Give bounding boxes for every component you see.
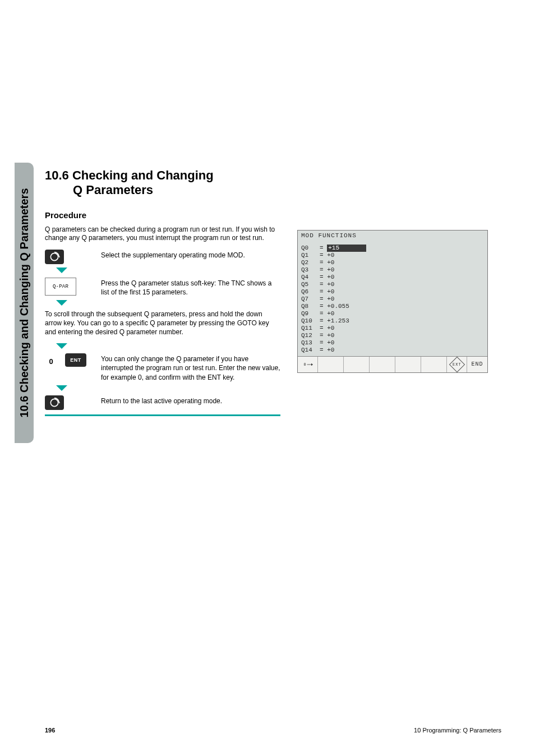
section-end-rule (45, 414, 280, 416)
tnc-screen: MOD FUNCTIONS Q0 = +15Q1 = +0Q2 = +0Q3 =… (297, 230, 488, 373)
softkey-empty (421, 357, 447, 372)
intro-paragraph: Q parameters can be checked during a pro… (45, 225, 280, 243)
q-row: Q11 = +0 (301, 325, 484, 332)
side-tab: 10.6 Checking and Changing Q Parameters (15, 163, 34, 443)
step-mod-text: Select the supplementary operating mode … (101, 250, 280, 260)
page-footer: 196 10 Programming: Q Parameters (45, 727, 501, 734)
ent-key-icon: ENT (65, 353, 86, 367)
step-qpar: Q-PAR Press the Q parameter status soft-… (45, 278, 280, 297)
scroll-paragraph: To scroll through the subsequent Q param… (45, 310, 280, 336)
side-tab-label: 10.6 Checking and Changing Q Parameters (18, 188, 31, 417)
q-row: Q2 = +0 (301, 259, 484, 266)
svg-marker-5 (311, 363, 313, 366)
end-softkey: END (467, 357, 487, 372)
q-row: Q12 = +0 (301, 332, 484, 339)
step-ent: 0 ENT You can only change the Q paramete… (45, 353, 280, 382)
step-qpar-text: Press the Q parameter status soft-key: T… (101, 278, 280, 297)
q-row: Q4 = +0 (301, 274, 484, 281)
q-row: Q14 = +0 (301, 347, 484, 354)
zero-label: 0 (45, 355, 57, 366)
q-row: Q6 = +0 (301, 288, 484, 296)
q-row: Q10 = +1.253 (301, 317, 484, 325)
q-row: Q9 = +0 (301, 310, 484, 317)
softkey-empty (395, 357, 421, 372)
flow-arrow-icon (56, 300, 67, 306)
flow-arrow-icon (56, 385, 67, 391)
step-mod-return: Return to the last active operating mode… (45, 395, 280, 410)
svg-point-0 (50, 253, 58, 260)
ext-diamond-icon: EXT (449, 356, 464, 372)
screen-title: MOD FUNCTIONS (298, 231, 487, 245)
ext-softkey: EXT (447, 357, 467, 372)
softkey-empty (318, 357, 344, 372)
svg-marker-1 (59, 256, 60, 257)
svg-text:0: 0 (303, 362, 306, 367)
softkey-empty (370, 357, 395, 372)
q-parameter-list: Q0 = +15Q1 = +0Q2 = +0Q3 = +0Q4 = +0Q5 =… (298, 245, 487, 356)
heading-line-1: 10.6 Checking and Changing (45, 168, 214, 182)
q-row: Q0 = +15 (301, 245, 484, 252)
mod-key-icon (45, 250, 64, 264)
step-ent-text: You can only change the Q parameter if y… (101, 353, 280, 382)
flow-arrow-icon (56, 343, 67, 349)
page-number: 196 (45, 727, 55, 734)
qpar-softkey-icon: Q-PAR (45, 278, 76, 296)
chapter-label: 10 Programming: Q Parameters (414, 727, 501, 734)
softkey-empty (344, 357, 370, 372)
goto-softkey-icon: 0 (298, 357, 318, 372)
svg-marker-3 (59, 402, 60, 403)
subheading: Procedure (45, 210, 280, 220)
svg-point-2 (50, 399, 58, 406)
step-mod-return-text: Return to the last active operating mode… (101, 395, 280, 405)
q-row: Q8 = +0.055 (301, 303, 484, 310)
flow-arrow-icon (56, 268, 67, 273)
softkey-row: 0 EXT END (298, 356, 487, 372)
mod-key-icon (45, 395, 64, 410)
q-row: Q1 = +0 (301, 252, 484, 259)
q-row: Q5 = +0 (301, 281, 484, 288)
q-row: Q3 = +0 (301, 266, 484, 274)
q-row: Q7 = +0 (301, 296, 484, 303)
section-heading: 10.6 Checking and Changing Q Parameters (45, 168, 280, 198)
heading-line-2: Q Parameters (45, 183, 153, 197)
main-content: 10.6 Checking and Changing Q Parameters … (45, 168, 280, 423)
step-mod: Select the supplementary operating mode … (45, 250, 280, 264)
q-row: Q13 = +0 (301, 339, 484, 347)
